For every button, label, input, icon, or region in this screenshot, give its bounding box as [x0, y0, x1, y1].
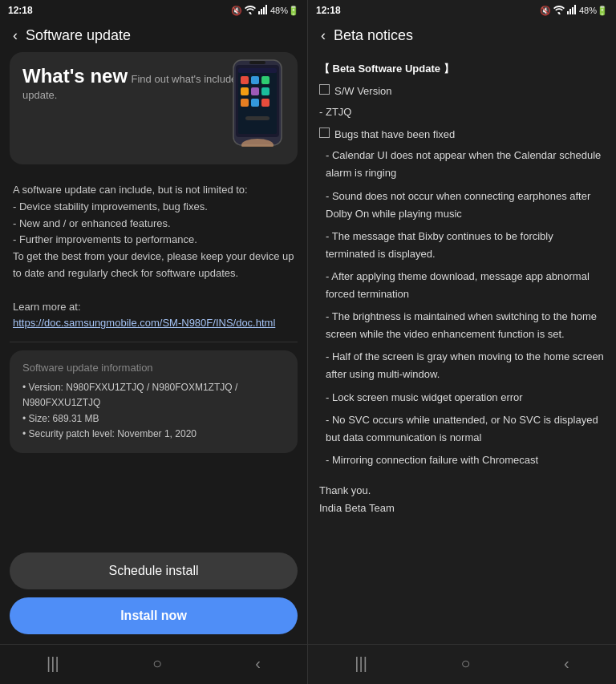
beta-notices-content: 【 Beta Software Update 】 S/W Version - Z… — [308, 52, 616, 644]
page-title-left: Software update — [26, 27, 131, 44]
svg-rect-23 — [574, 5, 576, 14]
nav-header-right: ‹ Beta notices — [308, 21, 616, 52]
recent-apps-button[interactable]: ||| — [30, 651, 75, 676]
sw-version-value: - ZTJQ — [319, 103, 605, 121]
update-size: • Size: 689.31 MB — [22, 411, 285, 427]
update-description-text: A software update can include, but is no… — [13, 184, 294, 329]
mute-icon: 🔇 — [231, 6, 242, 16]
bug-item: - Calendar UI does not appear when the C… — [319, 147, 605, 182]
mute-icon-right: 🔇 — [540, 6, 551, 16]
battery-left: 48%🔋 — [270, 6, 299, 16]
whats-new-card: What's new Find out what's included in t… — [10, 52, 298, 164]
svg-rect-2 — [263, 7, 265, 14]
svg-rect-11 — [241, 87, 249, 95]
svg-rect-15 — [251, 99, 259, 107]
back-nav-button-right[interactable]: ‹ — [548, 651, 586, 676]
bottom-nav-left: ||| ○ ‹ — [0, 644, 307, 684]
bug-item: - Half of the screen is gray when moving… — [319, 348, 605, 383]
left-content: What's new Find out what's included in t… — [0, 52, 307, 544]
svg-rect-17 — [245, 116, 270, 120]
right-panel: 12:18 🔇 48%🔋 ‹ Beta notices — [308, 0, 616, 684]
update-version: • Version: N980FXXU1ZTJQ / N980FOXM1ZTJQ… — [22, 380, 285, 411]
schedule-install-button[interactable]: Schedule install — [10, 552, 298, 589]
svg-rect-22 — [572, 7, 573, 14]
bottom-nav-right: ||| ○ ‹ — [308, 644, 616, 684]
status-bar-left: 12:18 🔇 48%🔋 — [0, 0, 307, 21]
bugs-row: Bugs that have been fixed — [319, 126, 605, 144]
nav-header-left: ‹ Software update — [0, 21, 307, 52]
svg-rect-12 — [251, 87, 259, 95]
signal-icon — [258, 5, 268, 16]
beta-title: 【 Beta Software Update 】 — [319, 60, 605, 78]
card-title: What's new — [22, 65, 128, 87]
battery-right: 48%🔋 — [579, 6, 608, 16]
svg-rect-3 — [265, 5, 267, 14]
bug-item: - The message that Bixby continues to be… — [319, 228, 605, 263]
learn-more-link[interactable]: https://doc.samsungmobile.com/SM-N980F/I… — [13, 317, 275, 329]
svg-rect-8 — [241, 76, 249, 84]
svg-rect-13 — [261, 87, 270, 95]
bug-item: - Mirroring connection failure with Chro… — [319, 451, 605, 469]
sw-version-label: S/W Version — [334, 83, 392, 100]
home-button-right[interactable]: ○ — [444, 651, 486, 676]
svg-rect-16 — [261, 99, 270, 107]
home-button[interactable]: ○ — [136, 651, 178, 676]
recent-apps-button-right[interactable]: ||| — [338, 651, 383, 676]
status-icons-right: 🔇 48%🔋 — [540, 5, 608, 16]
bugs-label: Bugs that have been fixed — [334, 126, 455, 144]
install-now-button[interactable]: Install now — [10, 597, 298, 634]
signal-icon-right — [567, 5, 577, 16]
svg-rect-9 — [251, 76, 259, 84]
status-time-left: 12:18 — [8, 5, 33, 16]
back-nav-button[interactable]: ‹ — [239, 651, 277, 676]
action-buttons: Schedule install Install now — [0, 544, 307, 644]
left-panel: 12:18 🔇 48%🔋 ‹ Software update — [0, 0, 308, 684]
update-description: A software update can include, but is no… — [10, 172, 298, 342]
svg-rect-0 — [258, 11, 260, 14]
update-info-card: Software update information • Version: N… — [10, 350, 298, 453]
svg-rect-7 — [238, 68, 277, 73]
bug-item: - Sound does not occur when connecting e… — [319, 188, 605, 223]
svg-rect-20 — [567, 11, 569, 14]
bugs-checkbox — [319, 127, 330, 138]
back-button-left[interactable]: ‹ — [13, 27, 18, 44]
update-info-title: Software update information — [22, 362, 285, 374]
svg-rect-18 — [249, 61, 265, 64]
status-bar-right: 12:18 🔇 48%🔋 — [308, 0, 616, 21]
bug-item: - The brightness is maintained when swit… — [319, 308, 605, 343]
update-security: • Security patch level: November 1, 2020 — [22, 427, 285, 442]
sw-version-row: S/W Version — [319, 83, 605, 100]
status-icons-left: 🔇 48%🔋 — [231, 5, 299, 16]
status-time-right: 12:18 — [316, 5, 341, 16]
wifi-icon — [245, 5, 256, 16]
bug-item: - No SVC occurs while unattended, or No … — [319, 411, 605, 447]
svg-rect-14 — [241, 99, 249, 107]
bug-item: - Lock screen music widget operation err… — [319, 389, 605, 407]
svg-rect-10 — [261, 76, 270, 84]
bug-item: - After applying theme download, message… — [319, 268, 605, 303]
thank-you-text: Thank you.India Beta Team — [319, 482, 605, 517]
phone-illustration — [225, 59, 290, 147]
bugs-list: - Calendar UI does not appear when the C… — [319, 147, 605, 469]
back-button-right[interactable]: ‹ — [321, 27, 326, 44]
wifi-icon-right — [553, 5, 565, 16]
svg-rect-1 — [261, 9, 262, 14]
sw-checkbox — [319, 84, 330, 95]
page-title-right: Beta notices — [334, 27, 413, 44]
svg-rect-21 — [569, 9, 571, 14]
beta-text-body: 【 Beta Software Update 】 S/W Version - Z… — [319, 60, 605, 517]
